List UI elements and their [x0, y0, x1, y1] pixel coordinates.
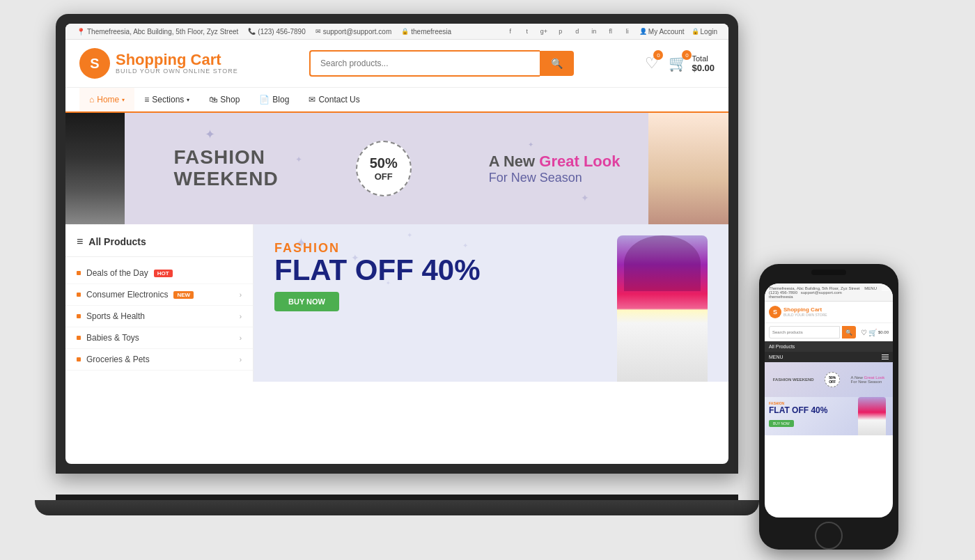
email-info: support@support.com: [315, 28, 392, 36]
phone-icon: [248, 28, 256, 35]
website-text: themefreesia: [411, 28, 451, 36]
sidebar-item-sports[interactable]: Sports & Health ›: [65, 306, 253, 327]
phone-banner-text: FASHION WEEKEND: [773, 378, 814, 382]
home-icon: ⌂: [89, 95, 94, 104]
laptop-outer: Themefreesia, Abc Building, 5th Floor, Z…: [56, 14, 738, 474]
sports-arrow-icon: ›: [240, 313, 242, 320]
sidebar-item-deals[interactable]: Deals of the Day HOT: [65, 263, 253, 284]
phone-logo[interactable]: S Shopping Cart BUILD YOUR OWN STORE: [769, 306, 827, 318]
banner-discount-circle: 50% OFF: [356, 141, 412, 196]
phone-notch: [811, 270, 846, 275]
phone-topbar-email: support@support.com: [801, 290, 842, 295]
promo-buy-button[interactable]: BUY NOW: [274, 292, 339, 311]
phone-home-button[interactable]: [815, 522, 843, 550]
logo-icon: S: [79, 48, 110, 79]
babies-arrow-icon: ›: [240, 334, 242, 342]
laptop-bezel: Themefreesia, Abc Building, 5th Floor, Z…: [65, 24, 728, 464]
topbar-left: Themefreesia, Abc Building, 5th Floor, Z…: [77, 28, 451, 36]
contact-mail-icon: ✉: [309, 95, 315, 104]
shop-bag-icon: 🛍: [209, 95, 217, 104]
phone-search-button[interactable]: 🔍: [842, 326, 856, 339]
groceries-arrow-icon: ›: [240, 356, 242, 364]
site-header: S Shopping Cart BUILD YOUR OWN ONLINE ST…: [65, 40, 728, 88]
phone-topbar-row: Themefreesia, Abc Building, 5th Floor, Z…: [769, 286, 889, 290]
website-info: themefreesia: [401, 28, 451, 36]
phone-menu-bar: MENU: [765, 352, 893, 362]
nav-shop[interactable]: 🛍 Shop: [199, 88, 249, 111]
search-area: 🔍: [309, 50, 574, 77]
phone-info: (123) 456-7890: [248, 28, 305, 36]
laptop-device: Themefreesia, Abc Building, 5th Floor, Z…: [56, 14, 738, 515]
phone-menu-toggle[interactable]: MENU: [864, 286, 889, 290]
search-input[interactable]: [309, 50, 540, 77]
mail-icon: [315, 28, 321, 35]
blog-doc-icon: 📄: [259, 95, 270, 104]
social-pinterest[interactable]: p: [556, 26, 566, 36]
discount-percent: 50%: [370, 155, 398, 171]
sidebar: ≡ All Products Deals of the Day HOT: [65, 224, 254, 382]
social-gplus[interactable]: g+: [539, 26, 549, 36]
phone-promo: FASHION FLAT OFF 40% BUY NOW: [765, 397, 893, 435]
star-decoration-1: ✦: [205, 127, 215, 142]
scene: Themefreesia, Abc Building, 5th Floor, Z…: [0, 0, 975, 560]
sidebar-bullet-electronics: [77, 293, 81, 297]
logo-subtitle: BUILD YOUR OWN ONLINE STORE: [116, 68, 238, 75]
social-instagram[interactable]: in: [589, 26, 599, 36]
sections-arrow-icon: ▾: [187, 97, 189, 103]
phone-promo-person: [858, 397, 886, 435]
banner-area: ✦ ✦ ✦ ✦ FASHION WEEKEND: [65, 113, 728, 224]
login-link[interactable]: Login: [692, 28, 717, 36]
logo-text-area: Shopping Cart BUILD YOUR OWN ONLINE STOR…: [116, 52, 238, 75]
phone-logo-icon: S: [769, 306, 781, 318]
banner-right-sub: For New Season: [489, 171, 621, 185]
cart-icon-wrap[interactable]: 🛒 0: [669, 54, 687, 72]
social-facebook[interactable]: f: [506, 26, 515, 36]
sidebar-item-electronics[interactable]: Consumer Electronics NEW ›: [65, 284, 253, 306]
logo-area[interactable]: S Shopping Cart BUILD YOUR OWN ONLINE ST…: [79, 48, 238, 79]
social-dribbble[interactable]: d: [572, 26, 582, 36]
phone-promo-buy-button[interactable]: BUY NOW: [769, 420, 794, 427]
header-actions: ♡ 0 🛒 0 Total $0.00: [645, 54, 715, 73]
sections-menu-icon: ≡: [144, 95, 149, 104]
topbar-right: f t g+ p d in fl li My Account: [506, 26, 717, 36]
phone-sidebar-title: All Products: [765, 341, 893, 352]
phone-cart-icon: 🛒: [868, 329, 877, 336]
phone-topbar-address: Themefreesia, Abc Building, 5th Floor, Z…: [769, 286, 859, 290]
phone-search-input[interactable]: [769, 326, 840, 339]
social-twitter[interactable]: t: [522, 26, 532, 36]
login-lock-icon: [692, 28, 699, 35]
promo-flat-text: FLAT OFF 40%: [274, 256, 708, 285]
sidebar-item-electronics-left: Consumer Electronics NEW: [77, 290, 194, 300]
nav-contact[interactable]: ✉ Contact Us: [299, 88, 369, 111]
nav-sections[interactable]: ≡ Sections ▾: [134, 88, 199, 111]
sidebar-item-babies-left: Babies & Toys: [77, 333, 139, 343]
sidebar-menu-icon: ≡: [77, 235, 83, 248]
email-text: support@support.com: [323, 28, 392, 36]
lock-icon: [401, 28, 409, 35]
sidebar-item-babies[interactable]: Babies & Toys ›: [65, 327, 253, 349]
phone-logo-subtitle: BUILD YOUR OWN STORE: [783, 313, 827, 317]
nav-blog[interactable]: 📄 Blog: [249, 88, 299, 111]
discount-off: OFF: [375, 171, 393, 182]
sidebar-item-sports-left: Sports & Health: [77, 311, 145, 321]
phone-text: (123) 456-7890: [258, 28, 305, 36]
my-account-link[interactable]: My Account: [639, 28, 685, 36]
banner-text-right: A New Great Look For New Season: [489, 153, 621, 185]
laptop-screen: Themefreesia, Abc Building, 5th Floor, Z…: [65, 24, 728, 464]
social-flickr[interactable]: fl: [606, 26, 616, 36]
sidebar-bullet-sports: [77, 314, 81, 318]
site-topbar: Themefreesia, Abc Building, 5th Floor, Z…: [65, 24, 728, 40]
sidebar-item-groceries[interactable]: Groceries & Pets ›: [65, 349, 253, 371]
social-linkedin[interactable]: li: [623, 26, 632, 36]
search-button[interactable]: 🔍: [540, 51, 574, 76]
phone-cart-area: ♡ 🛒 $0.00: [861, 326, 889, 339]
wishlist-button[interactable]: ♡ 0: [645, 54, 659, 72]
pin-icon: [77, 28, 85, 36]
phone-banner-mini: FASHION WEEKEND 50% OFF A New Great Look…: [765, 362, 893, 397]
phone-search-row: 🔍 ♡ 🛒 $0.00: [765, 323, 893, 341]
phone-header: S Shopping Cart BUILD YOUR OWN STORE: [765, 302, 893, 323]
sidebar-bullet-deals: [77, 271, 81, 275]
sidebar-bullet-groceries: [77, 357, 81, 361]
phone-banner-circle: 50% OFF: [825, 372, 840, 387]
nav-home[interactable]: ⌂ Home ▾: [79, 88, 134, 111]
